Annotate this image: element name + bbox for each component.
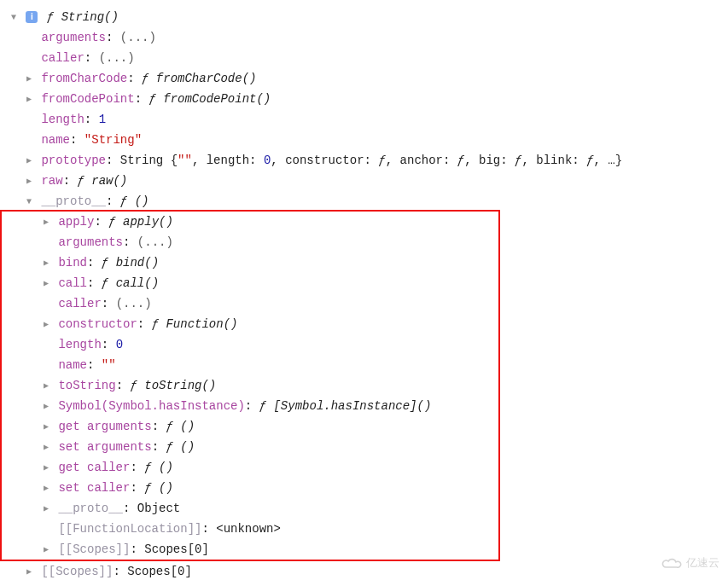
prop-caller[interactable]: ▶ caller: (...) — [0, 48, 728, 68]
prop-key: prototype — [41, 154, 106, 167]
fn-name: () — [180, 440, 195, 454]
proto-function-location[interactable]: ▶ [[FunctionLocation]]: <unknown> — [2, 519, 498, 539]
k: anchor — [400, 154, 443, 167]
fn-name: () — [135, 194, 149, 208]
prop-val: (...) — [116, 297, 152, 310]
proto-apply[interactable]: ▶ apply: ƒ apply() — [2, 212, 498, 232]
root-line[interactable]: ▼ i ƒ String() — [0, 7, 728, 27]
proto-get-caller[interactable]: ▶ get caller: ƒ () — [2, 457, 498, 478]
f-glyph: ƒ — [152, 317, 159, 331]
k: blink — [536, 154, 572, 167]
f-glyph: ƒ — [457, 154, 464, 167]
prop-val: (...) — [99, 51, 135, 65]
chevron-right-icon[interactable]: ▶ — [41, 397, 51, 417]
prop-val: (...) — [120, 31, 156, 44]
prop-key: length — [58, 338, 101, 351]
prop-val: "" — [102, 358, 116, 372]
prop-key-internal: __proto__ — [41, 194, 106, 208]
proto-caller[interactable]: ▶ caller: (...) — [2, 293, 498, 314]
f-glyph: ƒ — [144, 481, 151, 495]
fn-name: () — [180, 420, 195, 433]
f-glyph: ƒ — [47, 10, 54, 24]
prop-key: get arguments — [58, 420, 151, 433]
watermark: 亿速云 — [661, 552, 719, 573]
object-inspector-tree: ▼ i ƒ String() ▶ arguments: (...) ▶ call… — [0, 0, 728, 580]
prop-key: name — [58, 358, 87, 372]
prop-raw[interactable]: ▶ raw: ƒ raw() — [0, 171, 728, 191]
prop-val: <unknown> — [216, 522, 281, 536]
f-glyph: ƒ — [378, 154, 385, 167]
f-glyph: ƒ — [142, 72, 149, 85]
chevron-right-icon[interactable]: ▶ — [24, 171, 34, 192]
prop-val: Object — [137, 502, 180, 515]
prop-name[interactable]: ▶ name: "String" — [0, 130, 728, 150]
f-glyph: ƒ — [586, 154, 593, 167]
chevron-right-icon[interactable]: ▶ — [41, 458, 51, 478]
chevron-right-icon[interactable]: ▶ — [41, 499, 51, 519]
proto-name[interactable]: ▶ name: "" — [2, 355, 498, 375]
fn-name: fromCodePoint() — [163, 92, 271, 106]
fn-name: () — [159, 461, 173, 474]
chevron-right-icon[interactable]: ▶ — [41, 212, 51, 233]
proto-scopes[interactable]: ▶ [[Scopes]]: Scopes[0] — [2, 539, 498, 560]
info-badge-icon: i — [26, 11, 38, 23]
proto-constructor[interactable]: ▶ constructor: ƒ Function() — [2, 314, 498, 334]
f-glyph: ƒ — [108, 215, 115, 229]
chevron-right-icon[interactable]: ▶ — [41, 315, 51, 335]
fn-name: call() — [116, 276, 159, 290]
proto-arguments[interactable]: ▶ arguments: (...) — [2, 232, 498, 252]
chevron-right-icon[interactable]: ▶ — [41, 253, 51, 274]
prop-prototype[interactable]: ▶ prototype: String {"", length: 0, cons… — [0, 150, 728, 171]
prop-fromCodePoint[interactable]: ▶ fromCodePoint: ƒ fromCodePoint() — [0, 89, 728, 109]
proto-set-caller[interactable]: ▶ set caller: ƒ () — [2, 478, 498, 498]
proto-symbol-hasInstance[interactable]: ▶ Symbol(Symbol.hasInstance): ƒ [Symbol.… — [2, 396, 498, 416]
proto-length[interactable]: ▶ length: 0 — [2, 334, 498, 355]
prop-key: constructor — [58, 317, 137, 331]
prop-val: 0 — [116, 338, 123, 351]
chevron-down-icon[interactable]: ▼ — [9, 8, 19, 28]
fn-name: () — [159, 481, 173, 495]
prop-key-internal: [[FunctionLocation]] — [58, 522, 201, 536]
chevron-right-icon[interactable]: ▶ — [41, 438, 51, 458]
prop-fromCharCode[interactable]: ▶ fromCharCode: ƒ fromCharCode() — [0, 68, 728, 89]
prop-key: arguments — [58, 235, 123, 249]
root-fn-name: String() — [61, 10, 119, 24]
prop-key: fromCodePoint — [41, 92, 134, 106]
f-glyph: ƒ — [149, 92, 155, 106]
chevron-right-icon[interactable]: ▶ — [41, 417, 51, 438]
prop-val: Scopes[0] — [144, 542, 209, 556]
proto-empty-string: "" — [178, 154, 192, 167]
prop-proto[interactable]: ▼ __proto__: ƒ () — [0, 191, 728, 212]
chevron-right-icon[interactable]: ▶ — [41, 540, 51, 560]
k: big — [479, 154, 500, 167]
proto-get-arguments[interactable]: ▶ get arguments: ƒ () — [2, 416, 498, 437]
proto-call[interactable]: ▶ call: ƒ call() — [2, 273, 498, 293]
prop-key: length — [41, 113, 84, 126]
fn-name: Function() — [166, 317, 237, 331]
chevron-right-icon[interactable]: ▶ — [41, 376, 51, 397]
prop-key: toString — [58, 379, 115, 392]
prop-key-internal: [[Scopes]] — [41, 565, 113, 578]
chevron-right-icon[interactable]: ▶ — [41, 478, 51, 499]
outer-scopes[interactable]: ▶ [[Scopes]]: Scopes[0] — [0, 561, 728, 580]
proto-summary-prefix: String { — [120, 154, 178, 167]
prop-length[interactable]: ▶ length: 1 — [0, 109, 728, 130]
chevron-right-icon[interactable]: ▶ — [24, 562, 34, 580]
prop-key-internal: __proto__ — [58, 502, 123, 515]
f-glyph: ƒ — [144, 461, 151, 474]
proto-bind[interactable]: ▶ bind: ƒ bind() — [2, 252, 498, 273]
prop-val: "String" — [84, 133, 142, 147]
proto-inner-proto[interactable]: ▶ __proto__: Object — [2, 498, 498, 519]
chevron-right-icon[interactable]: ▶ — [41, 274, 51, 294]
chevron-right-icon[interactable]: ▶ — [24, 151, 34, 171]
prop-val: (...) — [137, 235, 173, 249]
fn-name: apply() — [123, 215, 173, 229]
fn-name: toString() — [144, 379, 216, 392]
proto-set-arguments[interactable]: ▶ set arguments: ƒ () — [2, 437, 498, 457]
chevron-right-icon[interactable]: ▶ — [24, 90, 34, 110]
highlight-box: ▶ apply: ƒ apply() ▶ arguments: (...) ▶ … — [0, 210, 500, 561]
prop-key: caller — [41, 51, 84, 65]
proto-toString[interactable]: ▶ toString: ƒ toString() — [2, 375, 498, 396]
prop-arguments[interactable]: ▶ arguments: (...) — [0, 27, 728, 48]
chevron-right-icon[interactable]: ▶ — [24, 69, 34, 90]
